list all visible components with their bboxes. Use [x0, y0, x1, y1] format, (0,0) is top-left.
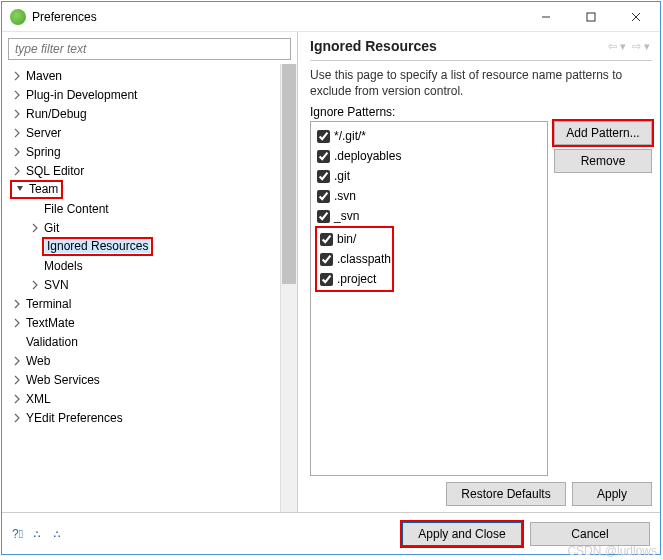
chevron-right-icon[interactable] — [10, 356, 24, 366]
cancel-button[interactable]: Cancel — [530, 522, 650, 546]
patterns-area: */.git/*.deployables.git.svn_svnbin/.cla… — [310, 121, 652, 476]
pattern-label: .deployables — [334, 149, 401, 163]
tree-item-git[interactable]: Git — [6, 218, 297, 237]
highlight-box: bin/.classpath.project — [315, 226, 394, 292]
side-buttons: Add Pattern... Remove — [554, 121, 652, 476]
tree-item-label: Ignored Resources — [45, 239, 150, 253]
close-button[interactable] — [613, 3, 658, 31]
pattern-checkbox[interactable] — [320, 233, 333, 246]
tree-item-label: Spring — [24, 145, 63, 159]
pattern-checkbox[interactable] — [317, 170, 330, 183]
remove-button[interactable]: Remove — [554, 149, 652, 173]
pattern-checkbox[interactable] — [317, 190, 330, 203]
tree-item-sql-editor[interactable]: SQL Editor — [6, 161, 297, 180]
chevron-right-icon[interactable] — [10, 394, 24, 404]
pattern-item[interactable]: */.git/* — [315, 126, 543, 146]
tree-item-label: SVN — [42, 278, 71, 292]
export-icon[interactable]: ⛬ — [51, 527, 63, 541]
filter-container — [8, 38, 291, 60]
restore-defaults-button[interactable]: Restore Defaults — [446, 482, 566, 506]
panel-header: Ignored Resources ⇦ ▾ ⇨ ▾ — [310, 38, 652, 61]
pattern-item[interactable]: .git — [315, 166, 543, 186]
apply-button[interactable]: Apply — [572, 482, 652, 506]
filter-input[interactable] — [8, 38, 291, 60]
chevron-right-icon[interactable] — [10, 109, 24, 119]
add-pattern-button[interactable]: Add Pattern... — [554, 121, 652, 145]
minimize-button[interactable] — [523, 3, 568, 31]
pattern-item[interactable]: .project — [318, 269, 391, 289]
apply-and-close-button[interactable]: Apply and Close — [402, 522, 522, 546]
help-icon[interactable]: ?⃝ — [12, 527, 23, 541]
tree-item-models[interactable]: Models — [6, 256, 297, 275]
tree-item-label: Git — [42, 221, 61, 235]
pattern-checkbox[interactable] — [317, 130, 330, 143]
tree-item-label: SQL Editor — [24, 164, 86, 178]
forward-icon[interactable]: ⇨ ▾ — [630, 40, 652, 53]
app-icon — [10, 9, 26, 25]
chevron-right-icon[interactable] — [10, 375, 24, 385]
tree-item-team[interactable]: Team — [6, 180, 297, 199]
tree-item-label: XML — [24, 392, 53, 406]
chevron-right-icon[interactable] — [10, 166, 24, 176]
tree-item-label: Web Services — [24, 373, 102, 387]
highlight-box: Ignored Resources — [42, 237, 153, 256]
tree-item-ignored-resources[interactable]: Ignored Resources — [6, 237, 297, 256]
tree-item-label: YEdit Preferences — [24, 411, 125, 425]
tree-item-xml[interactable]: XML — [6, 389, 297, 408]
tree-item-label: Web — [24, 354, 52, 368]
chevron-right-icon[interactable] — [10, 71, 24, 81]
panel-description: Use this page to specify a list of resou… — [310, 67, 652, 99]
tree-item-plug-in-development[interactable]: Plug-in Development — [6, 85, 297, 104]
chevron-down-icon[interactable] — [13, 183, 27, 193]
chevron-right-icon[interactable] — [10, 147, 24, 157]
pattern-checkbox[interactable] — [320, 253, 333, 266]
chevron-right-icon[interactable] — [10, 299, 24, 309]
nav-arrows: ⇦ ▾ ⇨ ▾ — [606, 40, 652, 53]
tree-item-spring[interactable]: Spring — [6, 142, 297, 161]
chevron-right-icon[interactable] — [28, 280, 42, 290]
titlebar: Preferences — [2, 2, 660, 32]
chevron-right-icon[interactable] — [10, 90, 24, 100]
tree-item-validation[interactable]: Validation — [6, 332, 297, 351]
tree-item-web-services[interactable]: Web Services — [6, 370, 297, 389]
tree-item-terminal[interactable]: Terminal — [6, 294, 297, 313]
back-icon[interactable]: ⇦ ▾ — [606, 40, 628, 53]
pattern-item[interactable]: bin/ — [318, 229, 391, 249]
tree-item-textmate[interactable]: TextMate — [6, 313, 297, 332]
tree-item-svn[interactable]: SVN — [6, 275, 297, 294]
tree-item-label: Validation — [24, 335, 80, 349]
tree-item-label: File Content — [42, 202, 111, 216]
tree-item-maven[interactable]: Maven — [6, 66, 297, 85]
pattern-checkbox[interactable] — [320, 273, 333, 286]
pattern-item[interactable]: .deployables — [315, 146, 543, 166]
footer-icons: ?⃝ ⛬ ⛬ — [12, 527, 63, 541]
tree-item-server[interactable]: Server — [6, 123, 297, 142]
tree-item-run-debug[interactable]: Run/Debug — [6, 104, 297, 123]
pattern-checkbox[interactable] — [317, 210, 330, 223]
pattern-item[interactable]: .svn — [315, 186, 543, 206]
scrollbar-thumb[interactable] — [282, 64, 296, 284]
patterns-listbox[interactable]: */.git/*.deployables.git.svn_svnbin/.cla… — [310, 121, 548, 476]
pattern-label: bin/ — [337, 232, 356, 246]
tree-item-web[interactable]: Web — [6, 351, 297, 370]
chevron-right-icon[interactable] — [10, 413, 24, 423]
highlight-box: Team — [10, 180, 63, 199]
bottom-bar: ?⃝ ⛬ ⛬ Apply and Close Cancel — [2, 512, 660, 554]
preferences-tree[interactable]: MavenPlug-in DevelopmentRun/DebugServerS… — [2, 64, 297, 512]
import-icon[interactable]: ⛬ — [31, 527, 43, 541]
dialog-body: MavenPlug-in DevelopmentRun/DebugServerS… — [2, 32, 660, 512]
pattern-label: .classpath — [337, 252, 391, 266]
maximize-button[interactable] — [568, 3, 613, 31]
tree-item-label: Maven — [24, 69, 64, 83]
tree-item-label: Run/Debug — [24, 107, 89, 121]
tree-scrollbar[interactable] — [280, 64, 297, 512]
chevron-right-icon[interactable] — [28, 223, 42, 233]
pattern-label: .svn — [334, 189, 356, 203]
pattern-item[interactable]: .classpath — [318, 249, 391, 269]
pattern-item[interactable]: _svn — [315, 206, 543, 226]
chevron-right-icon[interactable] — [10, 128, 24, 138]
chevron-right-icon[interactable] — [10, 318, 24, 328]
tree-item-file-content[interactable]: File Content — [6, 199, 297, 218]
pattern-checkbox[interactable] — [317, 150, 330, 163]
tree-item-yedit-preferences[interactable]: YEdit Preferences — [6, 408, 297, 427]
